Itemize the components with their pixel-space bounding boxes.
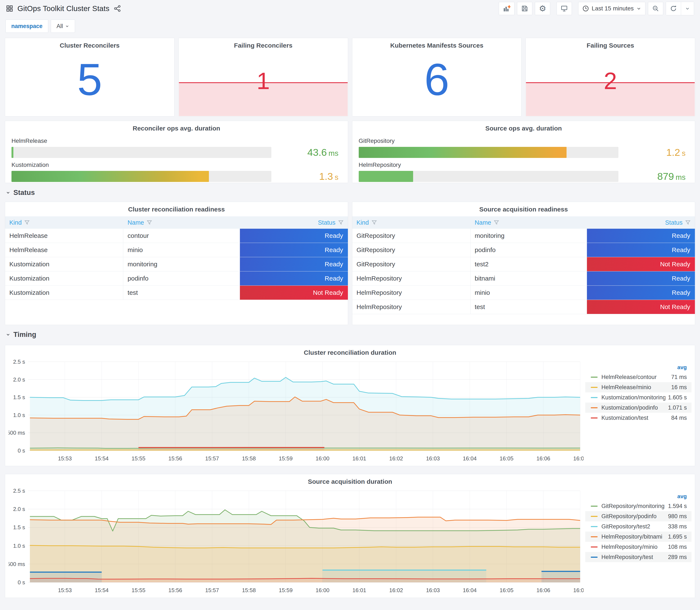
column-header-kind[interactable]: Kind (352, 216, 471, 229)
variable-namespace-value-dropdown[interactable]: All (51, 19, 75, 33)
panel-title[interactable]: Cluster reconciliation duration (5, 345, 695, 356)
svg-text:15:54: 15:54 (95, 455, 109, 462)
series-avg-value: 980 ms (668, 513, 687, 520)
svg-text:15:57: 15:57 (205, 455, 219, 462)
section-timing[interactable]: Timing (5, 325, 695, 341)
svg-text:1.5 s: 1.5 s (13, 394, 25, 400)
filter-icon[interactable] (372, 220, 377, 225)
table-header: Kind Name Status (352, 216, 695, 229)
svg-text:15:55: 15:55 (132, 587, 145, 593)
filter-icon[interactable] (494, 220, 499, 225)
series-name[interactable]: Kustomization/monitoring (601, 394, 665, 401)
panel-title[interactable]: Cluster Reconcilers (5, 38, 174, 49)
series-name[interactable]: GitRepository/test2 (601, 523, 665, 530)
panel-title[interactable]: Source acquisition duration (5, 474, 695, 485)
svg-text:2.0 s: 2.0 s (13, 506, 25, 512)
column-header-name[interactable]: Name (471, 216, 587, 229)
svg-text:2.5 s: 2.5 s (13, 358, 25, 365)
status-badge: Ready (587, 271, 695, 286)
status-badge: Ready (240, 243, 348, 257)
series-name[interactable]: HelmRelease/contour (601, 374, 669, 381)
chevron-down-icon (636, 6, 641, 11)
stat-row: Cluster Reconcilers 5 Failing Reconciler… (5, 38, 695, 116)
gauge-track (359, 147, 619, 158)
legend-header-avg[interactable]: avg (585, 363, 691, 372)
refresh-button[interactable] (666, 2, 681, 15)
panel-failing-sources: Failing Sources 2 (525, 38, 695, 116)
series-name[interactable]: Kustomization/test (601, 415, 669, 421)
save-dashboard-button[interactable] (517, 2, 532, 15)
svg-text:15:57: 15:57 (205, 587, 219, 593)
dashboard-grid-icon[interactable] (6, 5, 13, 12)
svg-text:16:04: 16:04 (463, 587, 477, 593)
time-series-plot[interactable]: 15:5315:5415:5515:5615:5715:5815:5916:00… (9, 357, 584, 464)
gauge-fill (359, 171, 413, 182)
chevron-down-icon (65, 24, 69, 28)
series-color-dash (591, 397, 598, 398)
series-name[interactable]: GitRepository/podinfo (601, 513, 665, 520)
legend-header-avg[interactable]: avg (585, 492, 691, 501)
svg-text:1.0 s: 1.0 s (13, 412, 25, 418)
table-row: HelmRelease minio Ready (5, 243, 348, 257)
series-name[interactable]: HelmRepository/bitnami (601, 533, 665, 540)
svg-text:16:07: 16:07 (573, 455, 584, 462)
legend-item: GitRepository/test2 338 ms (585, 521, 691, 532)
refresh-button-group (666, 2, 694, 15)
svg-text:2.5 s: 2.5 s (13, 487, 25, 494)
panel-title[interactable]: Source acquisition readiness (352, 202, 695, 213)
gauge-track (359, 171, 619, 182)
panel-kubernetes-manifests-sources: Kubernetes Manifests Sources 6 (352, 38, 522, 116)
series-name[interactable]: GitRepository/monitoring (601, 503, 665, 510)
filter-icon[interactable] (24, 220, 30, 225)
filter-icon[interactable] (147, 220, 152, 225)
panel-title[interactable]: Failing Reconcilers (179, 38, 348, 49)
series-name[interactable]: HelmRelease/minio (601, 384, 669, 391)
panel-title[interactable]: Source ops avg. duration (352, 121, 695, 132)
filter-icon[interactable] (338, 220, 344, 225)
zoom-out-time-button[interactable] (648, 2, 663, 15)
svg-text:15:59: 15:59 (279, 587, 293, 593)
share-icon[interactable] (114, 5, 121, 12)
series-name[interactable]: HelmRepository/test (601, 554, 665, 561)
cycle-view-button[interactable] (556, 2, 572, 15)
series-avg-value: 16 ms (671, 384, 687, 391)
svg-text:16:02: 16:02 (389, 587, 403, 593)
gauge-row: Reconciler ops avg. duration HelmRelease… (5, 121, 695, 183)
panel-title[interactable]: Failing Sources (526, 38, 695, 49)
add-panel-button[interactable] (499, 2, 515, 15)
column-header-kind[interactable]: Kind (5, 216, 123, 229)
refresh-interval-button[interactable] (681, 2, 694, 15)
series-name[interactable]: Kustomization/podinfo (601, 404, 665, 411)
svg-text:1.0 s: 1.0 s (13, 543, 25, 549)
series-color-dash (591, 557, 598, 558)
svg-text:1.5 s: 1.5 s (13, 524, 25, 530)
save-dashboard-icon (521, 5, 528, 12)
series-avg-value: 338 ms (668, 523, 687, 530)
series-name[interactable]: HelmRepository/minio (601, 544, 665, 550)
status-badge: Ready (587, 229, 695, 243)
variable-namespace-label[interactable]: namespace (5, 19, 48, 33)
panel-title[interactable]: Reconciler ops avg. duration (5, 121, 348, 132)
svg-text:16:07: 16:07 (573, 587, 584, 593)
time-range-picker[interactable]: Last 15 minutes (578, 2, 646, 15)
chevron-down-icon (6, 190, 11, 195)
column-header-status[interactable]: Status (240, 216, 348, 229)
panel-title[interactable]: Kubernetes Manifests Sources (352, 38, 521, 49)
series-avg-value: 289 ms (668, 554, 687, 561)
legend-item: HelmRepository/test 289 ms (585, 552, 691, 562)
dashboard-settings-button[interactable]: ⚙ (535, 2, 550, 15)
section-status[interactable]: Status (5, 183, 695, 199)
legend-item: GitRepository/podinfo 980 ms (585, 511, 691, 521)
stat-value: 5 (5, 57, 174, 102)
gauge-value: 1.2s (618, 146, 688, 158)
column-header-name[interactable]: Name (123, 216, 240, 229)
gauge-track (12, 147, 271, 158)
status-badge: Not Ready (587, 300, 695, 314)
table-row: GitRepository test2 Not Ready (352, 257, 695, 271)
panel-title[interactable]: Cluster reconciliation readiness (5, 202, 348, 213)
svg-text:16:01: 16:01 (352, 455, 366, 462)
series-avg-value: 1.071 s (668, 404, 687, 411)
time-series-plot[interactable]: 15:5315:5415:5515:5615:5715:5815:5916:00… (9, 486, 584, 596)
column-header-status[interactable]: Status (587, 216, 695, 229)
filter-icon[interactable] (685, 220, 691, 225)
